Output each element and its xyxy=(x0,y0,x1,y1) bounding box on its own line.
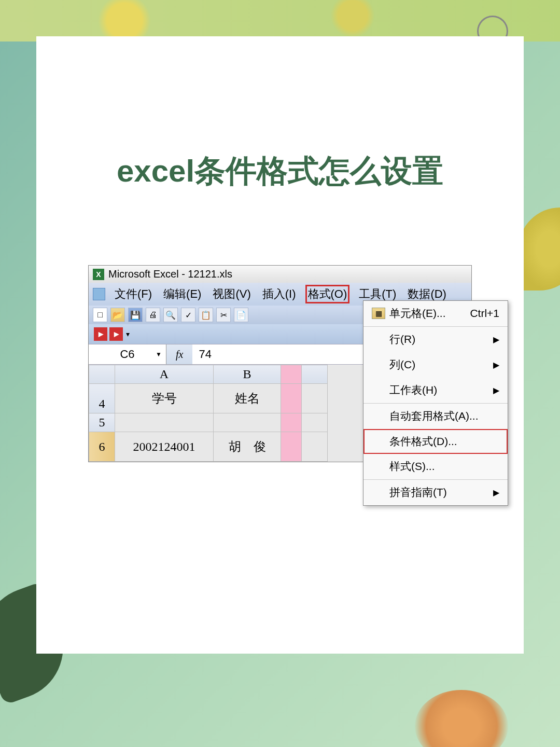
select-all-corner[interactable] xyxy=(89,365,115,384)
cell-b4[interactable]: 姓名 xyxy=(214,384,281,413)
menu-format[interactable]: 格式(O) xyxy=(305,285,350,303)
shortcut-label: Ctrl+1 xyxy=(470,307,499,320)
column-header-c[interactable] xyxy=(281,365,302,384)
research-icon[interactable]: 📋 xyxy=(199,308,213,322)
copy-icon[interactable]: 📄 xyxy=(234,308,248,322)
toolbar-dropdown-icon[interactable]: ▾ xyxy=(126,330,130,338)
spacer-icon xyxy=(372,410,385,422)
menu-item-sheet-label: 工作表(H) xyxy=(389,383,437,397)
cell-a5[interactable] xyxy=(115,413,214,432)
spacer-icon xyxy=(372,359,385,370)
menu-item-style-label: 样式(S)... xyxy=(389,459,435,474)
cell-a6[interactable]: 2002124001 xyxy=(115,432,214,462)
spacer-icon xyxy=(372,487,385,498)
spacer-icon xyxy=(372,461,385,472)
column-header-a[interactable]: A xyxy=(115,365,214,384)
cells-grid: A B 4 学号 姓名 5 xyxy=(89,365,328,462)
document-icon xyxy=(93,288,105,300)
menu-item-autoformat-label: 自动套用格式(A)... xyxy=(389,409,479,423)
menu-item-cells-label: 单元格(E)... xyxy=(389,306,446,321)
row-header-6[interactable]: 6 xyxy=(89,432,115,462)
open-file-icon[interactable]: 📂 xyxy=(110,308,125,322)
menu-item-style[interactable]: 样式(S)... xyxy=(363,454,508,479)
pdf-icon-2[interactable]: ▶ xyxy=(109,327,123,341)
column-header-b[interactable]: B xyxy=(214,365,281,384)
menu-insert[interactable]: 插入(I) xyxy=(260,285,298,303)
excel-screenshot: X Microsoft Excel - 12121.xls 文件(F) 编辑(E… xyxy=(52,265,508,462)
menu-item-column-label: 列(C) xyxy=(389,357,415,372)
cut-icon[interactable]: ✂ xyxy=(216,308,231,322)
spacer-icon xyxy=(372,384,385,396)
submenu-arrow-icon: ▶ xyxy=(493,335,499,344)
print-icon[interactable]: 🖨 xyxy=(146,308,160,322)
spacer-icon xyxy=(372,436,385,447)
cell-d4[interactable] xyxy=(302,384,328,413)
name-box-dropdown-icon[interactable]: ▼ xyxy=(156,351,162,358)
submenu-arrow-icon: ▶ xyxy=(493,385,499,395)
row-header-4[interactable]: 4 xyxy=(89,384,115,413)
menu-item-conditional-label: 条件格式(D)... xyxy=(389,434,457,449)
spacer-icon xyxy=(372,334,385,345)
fx-label[interactable]: fx xyxy=(166,349,192,361)
title-bar: X Microsoft Excel - 12121.xls xyxy=(89,266,471,283)
cell-b6[interactable]: 胡 俊 xyxy=(214,432,281,462)
cell-c4[interactable] xyxy=(281,384,302,413)
decorative-leaf xyxy=(519,208,560,290)
menu-item-column[interactable]: 列(C) ▶ xyxy=(363,352,508,378)
submenu-arrow-icon: ▶ xyxy=(493,360,499,370)
menu-item-conditional-format[interactable]: 条件格式(D)... xyxy=(363,429,508,454)
save-icon[interactable]: 💾 xyxy=(128,308,143,322)
new-file-icon[interactable]: □ xyxy=(93,308,107,322)
submenu-arrow-icon: ▶ xyxy=(493,488,499,497)
window-title: Microsoft Excel - 12121.xls xyxy=(108,268,232,280)
page-title: excel条件格式怎么设置 xyxy=(52,150,508,192)
cell-c6[interactable] xyxy=(281,432,302,462)
menu-item-sheet[interactable]: 工作表(H) ▶ xyxy=(363,378,508,403)
menu-item-cells[interactable]: ▦ 单元格(E)... Ctrl+1 xyxy=(363,301,508,326)
menu-view[interactable]: 视图(V) xyxy=(211,285,253,303)
spellcheck-icon[interactable]: ✓ xyxy=(181,308,195,322)
cell-d5[interactable] xyxy=(302,413,328,432)
decorative-flower xyxy=(415,690,508,747)
content-card: excel条件格式怎么设置 X Microsoft Excel - 12121.… xyxy=(36,36,524,654)
column-header-d[interactable] xyxy=(302,365,328,384)
row-header-5[interactable]: 5 xyxy=(89,413,115,432)
cell-d6[interactable] xyxy=(302,432,328,462)
menu-item-autoformat[interactable]: 自动套用格式(A)... xyxy=(363,403,508,429)
excel-app-icon: X xyxy=(93,269,104,280)
menu-item-row-label: 行(R) xyxy=(389,332,415,347)
menu-item-phonetic-label: 拼音指南(T) xyxy=(389,485,447,500)
decorative-top-band xyxy=(0,0,560,42)
cells-icon: ▦ xyxy=(372,308,385,319)
menu-item-row[interactable]: 行(R) ▶ xyxy=(363,326,508,352)
menu-file[interactable]: 文件(F) xyxy=(113,285,154,303)
menu-item-phonetic[interactable]: 拼音指南(T) ▶ xyxy=(363,479,508,505)
print-preview-icon[interactable]: 🔍 xyxy=(163,308,178,322)
menu-edit[interactable]: 编辑(E) xyxy=(161,285,203,303)
cell-a4[interactable]: 学号 xyxy=(115,384,214,413)
format-dropdown-menu: ▦ 单元格(E)... Ctrl+1 行(R) ▶ 列(C) ▶ xyxy=(363,300,508,506)
name-box[interactable]: C6 ▼ xyxy=(89,344,166,364)
name-box-value: C6 xyxy=(120,348,134,361)
cell-b5[interactable] xyxy=(214,413,281,432)
pdf-icon[interactable]: ▶ xyxy=(94,327,107,341)
cell-c5[interactable] xyxy=(281,413,302,432)
